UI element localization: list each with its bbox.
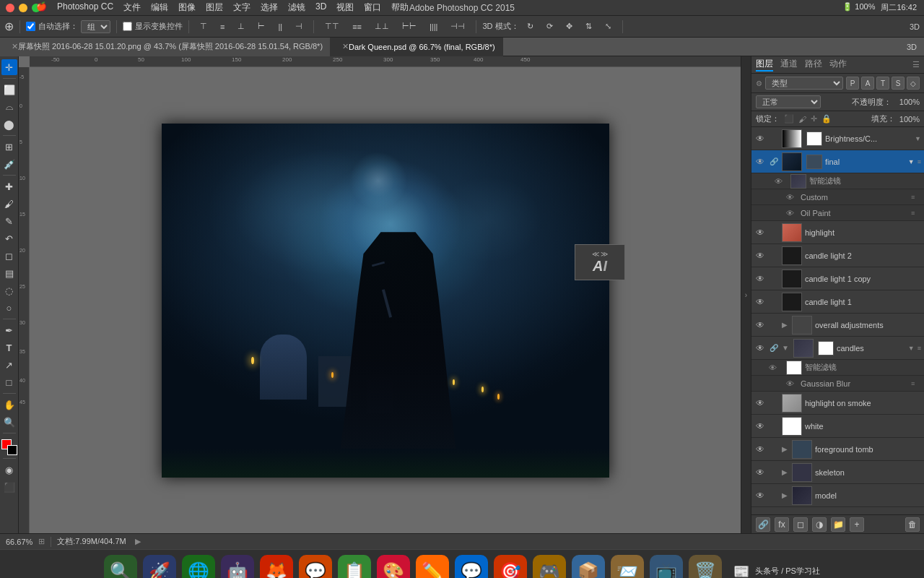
healing-brush-tool[interactable]: ✚ bbox=[1, 178, 17, 194]
lock-position-btn[interactable]: ✛ bbox=[811, 114, 817, 124]
3d-rotate-button[interactable]: ↻ bbox=[522, 20, 539, 33]
align-bottom-button[interactable]: ⊥ bbox=[232, 20, 250, 33]
zoom-tool[interactable]: 🔍 bbox=[1, 414, 17, 430]
eye-white[interactable]: 👁 bbox=[754, 420, 766, 432]
mac-menu-bar[interactable]: 🍎 Photoshop CC 文件 编辑 图像 图层 文字 选择 滤镜 3D 视… bbox=[36, 1, 409, 14]
eye-overall[interactable]: 👁 bbox=[754, 319, 766, 331]
dock-icon-1[interactable]: 🎯 bbox=[494, 555, 527, 579]
zoom-fit-icon[interactable]: ⊞ bbox=[38, 537, 45, 546]
dock-icon-orange[interactable]: 💬 bbox=[299, 555, 332, 579]
quick-mask-tool[interactable]: ◉ bbox=[1, 462, 17, 478]
dodge-tool[interactable]: ○ bbox=[1, 300, 17, 316]
layer-menu[interactable]: 图层 bbox=[206, 1, 223, 14]
panel-menu-icon[interactable]: ☰ bbox=[912, 60, 920, 69]
layer-options-brightness[interactable]: ▼ bbox=[915, 135, 921, 142]
app-name-menu[interactable]: Photoshop CC bbox=[57, 1, 113, 14]
dock-icon-3[interactable]: 📦 bbox=[572, 555, 605, 579]
expand-candles[interactable]: ▼ bbox=[782, 344, 789, 352]
floating-panel-arrows[interactable]: ≪ ≫ bbox=[592, 250, 609, 258]
options-candles[interactable]: ▼ bbox=[908, 345, 915, 352]
new-adjustment-btn[interactable]: ◑ bbox=[812, 517, 827, 532]
align-top-button[interactable]: ⊤ bbox=[195, 20, 212, 33]
smart-filter-eye-final[interactable]: 👁 bbox=[769, 173, 788, 189]
add-mask-btn[interactable]: ◻ bbox=[793, 517, 808, 532]
layer-highlight[interactable]: 👁 highlight bbox=[751, 221, 924, 244]
align-center-button[interactable]: || bbox=[273, 20, 287, 33]
new-layer-btn[interactable]: + bbox=[850, 517, 864, 532]
tab-screenshot[interactable]: ✕ 屏幕快照 2016-06-28 15.01.20.png @ 43.7% (… bbox=[0, 38, 331, 56]
dock-evernote[interactable]: 📋 bbox=[338, 555, 371, 579]
clone-stamp-tool[interactable]: ✎ bbox=[1, 213, 17, 229]
3d-slide-button[interactable]: ⇅ bbox=[580, 20, 597, 33]
filter-menu[interactable]: 滤镜 bbox=[288, 1, 305, 14]
layer-model[interactable]: 👁 ▶ model bbox=[751, 484, 924, 507]
mac-window-controls[interactable] bbox=[6, 4, 40, 12]
3d-roll-button[interactable]: ⟳ bbox=[541, 20, 558, 33]
eye-oilpaint[interactable]: 👁 bbox=[786, 209, 798, 217]
layer-candle1copy[interactable]: 👁 candle light 1 copy bbox=[751, 267, 924, 290]
file-menu[interactable]: 文件 bbox=[123, 1, 141, 14]
paths-tab[interactable]: 路径 bbox=[805, 58, 822, 72]
tab-close-darkqueen[interactable]: ✕ bbox=[342, 42, 349, 51]
dock-ps[interactable]: 🎨 bbox=[377, 555, 410, 579]
info-expand-btn[interactable]: ▶ bbox=[135, 537, 141, 546]
move-tool-indicator[interactable]: ⊕ bbox=[4, 20, 14, 33]
crop-tool[interactable]: ⊞ bbox=[1, 139, 17, 155]
eyedropper-tool[interactable]: 💉 bbox=[1, 156, 17, 172]
blend-mode-select[interactable]: 正常 bbox=[756, 95, 821, 108]
filter-adjust-btn[interactable]: A bbox=[861, 77, 874, 90]
auto-select-dropdown[interactable]: 组 bbox=[81, 20, 110, 33]
eye-candles[interactable]: 👁 bbox=[754, 342, 766, 354]
panel-options-icons[interactable]: ☰ bbox=[912, 60, 920, 69]
eye-candle1copy[interactable]: 👁 bbox=[754, 273, 766, 285]
layer-brightness[interactable]: 👁 Brightness/C... ▼ bbox=[751, 127, 924, 150]
window-menu[interactable]: 窗口 bbox=[364, 1, 381, 14]
eye-candle2[interactable]: 👁 bbox=[754, 250, 766, 262]
smart-filter-custom[interactable]: 👁 Custom ≡ bbox=[751, 189, 924, 205]
history-brush-tool[interactable]: ↶ bbox=[1, 230, 17, 246]
expand-overall[interactable]: ▶ bbox=[782, 321, 788, 329]
options-custom[interactable]: ≡ bbox=[911, 194, 921, 201]
dock-trash[interactable]: 🗑️ bbox=[689, 555, 722, 579]
dock-headline[interactable]: 📰 bbox=[733, 564, 749, 579]
3d-scale-button[interactable]: ⤡ bbox=[600, 20, 616, 33]
layer-foreground-tomb[interactable]: 👁 ▶ foreground tomb bbox=[751, 438, 924, 461]
lock-image-btn[interactable]: 🖌 bbox=[798, 115, 806, 124]
dock-icon-5[interactable]: 📺 bbox=[650, 555, 683, 579]
dock-icon-android[interactable]: 🤖 bbox=[221, 555, 254, 579]
text-tool[interactable]: T bbox=[1, 340, 17, 355]
select-menu[interactable]: 选择 bbox=[261, 1, 278, 14]
view-menu[interactable]: 视图 bbox=[336, 1, 354, 14]
options-final[interactable]: ≡ bbox=[918, 158, 921, 165]
expand-fg-tomb[interactable]: ▶ bbox=[782, 445, 788, 453]
filter-type-select[interactable]: 类型 bbox=[765, 77, 843, 90]
delete-layer-btn[interactable]: 🗑 bbox=[905, 517, 920, 532]
filter-shape-btn[interactable]: S bbox=[892, 77, 905, 90]
menu-candles[interactable]: ≡ bbox=[918, 345, 921, 352]
gradient-tool[interactable]: ▤ bbox=[1, 265, 17, 281]
align-right-button[interactable]: ⊣ bbox=[290, 20, 308, 33]
layer-highlight-smoke[interactable]: 👁 highlight on smoke bbox=[751, 392, 924, 415]
dock-launchpad[interactable]: 🚀 bbox=[143, 555, 176, 579]
eye-model[interactable]: 👁 bbox=[754, 490, 766, 501]
path-selection-tool[interactable]: ↗ bbox=[1, 357, 17, 373]
right-panel-tabs[interactable]: 图层 通道 路径 动作 bbox=[756, 58, 847, 72]
pen-tool[interactable]: ✒ bbox=[1, 322, 17, 338]
layer-final[interactable]: 👁 🔗 final ▼ ≡ bbox=[751, 150, 924, 173]
layer-candle2[interactable]: 👁 candle light 2 bbox=[751, 244, 924, 267]
dock-icon-2[interactable]: 🎮 bbox=[533, 555, 566, 579]
rectangular-marquee-tool[interactable]: ⬜ bbox=[1, 82, 17, 98]
filter-smart-btn[interactable]: ◇ bbox=[907, 77, 920, 90]
image-menu[interactable]: 图像 bbox=[178, 1, 196, 14]
distribute-top-button[interactable]: ⊤⊤ bbox=[320, 20, 344, 33]
tab-close-screenshot[interactable]: ✕ bbox=[12, 42, 18, 51]
filter-pixel-btn[interactable]: P bbox=[846, 77, 859, 90]
align-middle-button[interactable]: ≡ bbox=[215, 20, 230, 33]
smart-filter-gaussian[interactable]: 👁 Gaussian Blur ≡ bbox=[751, 376, 924, 392]
3d-drag-button[interactable]: ✥ bbox=[561, 20, 578, 33]
blur-tool[interactable]: ◌ bbox=[1, 282, 17, 298]
help-menu[interactable]: 帮助 bbox=[391, 1, 409, 14]
show-transform-checkbox[interactable] bbox=[123, 22, 132, 31]
hand-tool[interactable]: ✋ bbox=[1, 397, 17, 413]
eraser-tool[interactable]: ◻ bbox=[1, 248, 17, 264]
